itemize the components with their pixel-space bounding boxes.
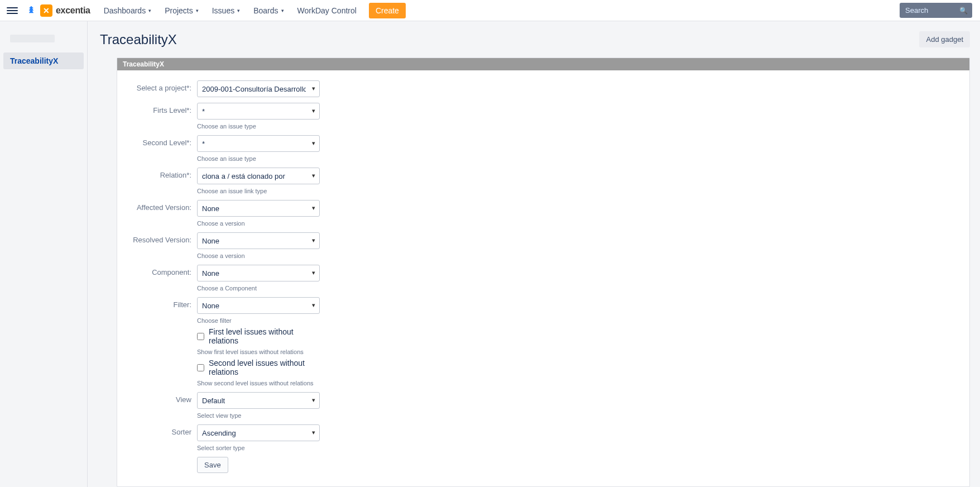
nav-workday[interactable]: WorkDay Control	[292, 3, 362, 18]
second-chk-hint: Show second level issues without relatio…	[197, 380, 320, 386]
save-button[interactable]: Save	[197, 457, 228, 473]
first-chk-hint: Show first level issues without relation…	[197, 348, 320, 355]
main-content: TraceabilityX Add gadget TraceabilityX S…	[88, 21, 980, 487]
second-level-hint: Choose an issue type	[197, 155, 320, 162]
resolved-version-select[interactable]: None	[197, 232, 320, 249]
nav-boards-label: Boards	[253, 6, 278, 15]
chevron-down-icon: ▾	[196, 8, 199, 13]
excentia-badge-icon: ✕	[40, 4, 52, 17]
sidebar-item-traceabilityx[interactable]: TraceabilityX	[3, 52, 84, 69]
project-label: Select a project*:	[127, 80, 197, 97]
topbar: ✕ excentia Dashboards▾ Projects▾ Issues▾…	[0, 0, 980, 21]
component-hint: Choose a Component	[197, 285, 320, 292]
brand-text: excentia	[56, 6, 90, 16]
create-button[interactable]: Create	[369, 3, 406, 18]
project-select[interactable]: 2009-001-Consultoría Desarrollo KI	[197, 80, 320, 97]
hamburger-menu[interactable]	[7, 5, 18, 16]
nav-issues-label: Issues	[212, 6, 234, 15]
first-level-select[interactable]: *	[197, 103, 320, 120]
second-level-select[interactable]: *	[197, 135, 320, 152]
filter-label: Filter:	[127, 297, 197, 386]
brand-block: ✕ excentia	[26, 4, 90, 17]
second-level-without-relations-label: Second level issues without relations	[209, 359, 320, 376]
nav-workday-label: WorkDay Control	[297, 6, 357, 15]
chevron-down-icon: ▾	[237, 8, 240, 13]
sorter-label: Sorter	[127, 424, 197, 451]
main-nav: Dashboards▾ Projects▾ Issues▾ Boards▾ Wo…	[98, 3, 406, 18]
resolved-version-hint: Choose a version	[197, 252, 320, 259]
affected-version-hint: Choose a version	[197, 220, 320, 227]
sorter-hint: Select sorter type	[197, 445, 320, 451]
second-level-label: Second Level*:	[127, 135, 197, 162]
nav-dashboards[interactable]: Dashboards▾	[98, 3, 157, 18]
nav-projects[interactable]: Projects▾	[159, 3, 204, 18]
sidebar-placeholder	[10, 35, 55, 42]
affected-version-select[interactable]: None	[197, 200, 320, 217]
view-hint: Select view type	[197, 412, 320, 419]
first-level-without-relations-label: First level issues without relations	[209, 327, 320, 345]
jira-logo-icon	[26, 5, 37, 16]
view-label: View	[127, 392, 197, 419]
component-select[interactable]: None	[197, 265, 320, 281]
nav-issues[interactable]: Issues▾	[206, 3, 246, 18]
affected-version-label: Affected Version:	[127, 200, 197, 227]
chevron-down-icon: ▾	[148, 8, 151, 13]
component-label: Component:	[127, 265, 197, 292]
nav-dashboards-label: Dashboards	[104, 6, 146, 15]
resolved-version-label: Resolved Version:	[127, 232, 197, 259]
relation-select[interactable]: clona a / está clonado por	[197, 168, 320, 184]
chevron-down-icon: ▾	[281, 8, 284, 13]
first-level-label: Firts Level*:	[127, 103, 197, 130]
panel-title: TraceabilityX	[117, 58, 969, 70]
relation-hint: Choose an issue link type	[197, 188, 320, 194]
nav-boards[interactable]: Boards▾	[248, 3, 289, 18]
first-level-hint: Choose an issue type	[197, 123, 320, 130]
sidebar: TraceabilityX	[0, 21, 88, 487]
add-gadget-button[interactable]: Add gadget	[919, 31, 970, 47]
first-level-without-relations-checkbox[interactable]	[197, 333, 204, 340]
page-title: TraceabilityX	[100, 32, 177, 47]
second-level-without-relations-checkbox[interactable]	[197, 364, 204, 371]
nav-projects-label: Projects	[165, 6, 193, 15]
page-header: TraceabilityX Add gadget	[100, 31, 970, 47]
view-select[interactable]: Default	[197, 392, 320, 409]
relation-label: Relation*:	[127, 168, 197, 194]
filter-hint: Choose filter	[197, 317, 320, 324]
search-input[interactable]	[900, 3, 972, 18]
filter-select[interactable]: None	[197, 297, 320, 314]
sorter-select[interactable]: Ascending	[197, 424, 320, 441]
search-wrap: 🔍	[900, 3, 972, 18]
gadget-panel: TraceabilityX Select a project*: 2009-00…	[117, 58, 970, 487]
